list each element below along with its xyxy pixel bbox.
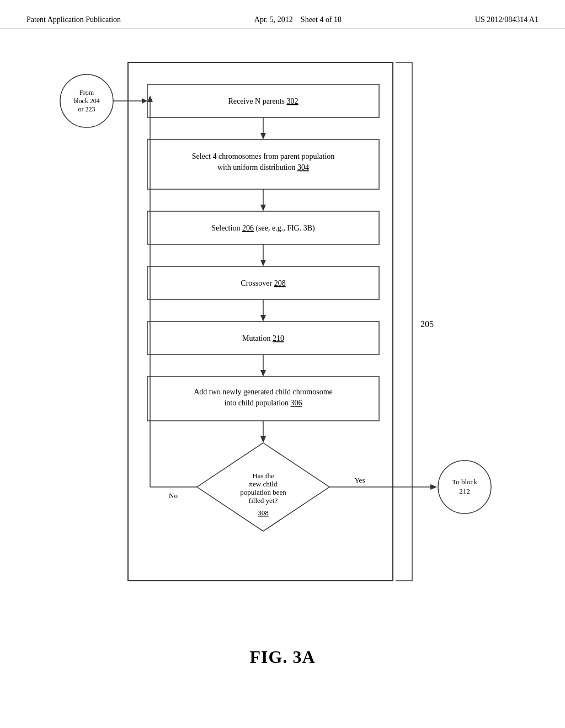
box-208-text: Crossover 208: [241, 279, 285, 287]
box-206-text: Selection 206 (see, e.g., FIG. 3B): [211, 224, 315, 233]
yes-label: Yes: [355, 476, 365, 484]
arrow-yes: [430, 484, 437, 490]
diamond-text-1: Has the: [252, 472, 274, 480]
box-304-text-line1: Select 4 chromosomes from parent populat…: [192, 152, 335, 160]
no-label: No: [169, 491, 178, 500]
from-block-text-line3: or 223: [78, 105, 95, 113]
box-304-text-line2: with uniform distribution 304: [217, 163, 309, 172]
box-306-text-line1: Add two newly generated child chromosome: [194, 388, 333, 396]
fig-label: FIG. 3A: [0, 647, 565, 667]
header-left: Patent Application Publication: [26, 15, 121, 24]
header-sheet: Sheet 4 of 18: [301, 15, 342, 24]
diamond-text-5: 308: [258, 508, 269, 517]
diagram-container: text { font-family: 'Times New Roman', T…: [34, 46, 531, 625]
box-302-text: Receive N parents 302: [228, 97, 298, 105]
box-210-text: Mutation 210: [242, 334, 284, 342]
to-block-text-line1: To block: [452, 478, 477, 486]
page-header: Patent Application Publication Apr. 5, 2…: [0, 0, 565, 29]
bracket-label-205: 205: [420, 319, 434, 329]
from-block-text-line2: block 204: [73, 97, 100, 105]
header-center: Apr. 5, 2012 Sheet 4 of 18: [254, 15, 342, 24]
header-right: US 2012/084314 A1: [475, 15, 539, 24]
to-block-text-line2: 212: [459, 487, 470, 495]
diamond-text-3: population been: [240, 488, 286, 496]
box-306-text-line2: into child population 306: [224, 399, 302, 407]
flowchart-svg: text { font-family: 'Times New Roman', T…: [34, 46, 531, 625]
header-date: Apr. 5, 2012: [254, 15, 293, 24]
diamond-text-2: new child: [249, 480, 278, 488]
from-block-text-line1: From: [79, 89, 94, 97]
diamond-text-4: filled yet?: [249, 496, 278, 505]
